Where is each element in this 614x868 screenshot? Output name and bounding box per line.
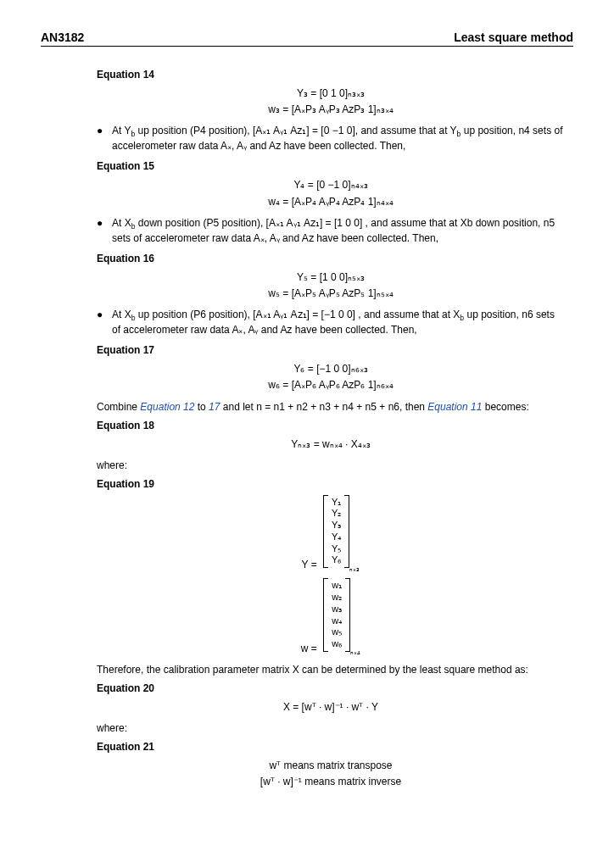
equation-20-title: Equation 20 bbox=[97, 681, 565, 696]
equation-17-title: Equation 17 bbox=[97, 342, 565, 358]
equation-18-title: Equation 18 bbox=[97, 418, 565, 433]
equation-line: wᵀ means matrix transpose bbox=[97, 758, 565, 774]
bullet-icon: ● bbox=[97, 307, 112, 337]
equation-line: X = [wᵀ · w]⁻¹ · wᵀ · Y bbox=[97, 699, 565, 715]
bullet-icon: ● bbox=[97, 123, 112, 153]
link-equation-12[interactable]: Equation 12 bbox=[140, 401, 194, 413]
section-title: Least square method bbox=[454, 31, 573, 44]
equation-14-title: Equation 14 bbox=[97, 67, 565, 82]
matrix-Y: Y₁ Y₂ Y₃ Y₄ Y₅ Y₆ bbox=[328, 495, 344, 569]
equation-15-title: Equation 15 bbox=[97, 159, 565, 174]
bullet-text: At Yb up position (P4 position), [Aₓ₁ Aᵧ… bbox=[112, 123, 565, 153]
bullet-text: At Xb up position (P6 position), [Aₓ₁ Aᵧ… bbox=[112, 307, 565, 337]
equation-16-title: Equation 16 bbox=[97, 251, 565, 266]
equation-17: Y₆ = [−1 0 0]ₙ₆ₓ₃ w₆ = [AₓP₆ AᵧP₆ AᴢP₆ 1… bbox=[97, 361, 565, 393]
bullet-item: ● At Yb up position (P4 position), [Aₓ₁ … bbox=[97, 123, 565, 153]
equation-line: w₆ = [AₓP₆ AᵧP₆ AᴢP₆ 1]ₙ₆ₓ₄ bbox=[97, 377, 565, 393]
equation-line: w₄ = [AₓP₄ AᵧP₄ AᴢP₄ 1]ₙ₄ₓ₄ bbox=[97, 194, 565, 210]
doc-id: AN3182 bbox=[41, 31, 84, 44]
equation-line: w₃ = [AₓP₃ AᵧP₃ AᴢP₃ 1]ₙ₃ₓ₄ bbox=[97, 102, 565, 118]
equation-20: X = [wᵀ · w]⁻¹ · wᵀ · Y bbox=[97, 699, 565, 715]
combine-text: Combine Equation 12 to 17 and let n = n1… bbox=[97, 399, 565, 415]
bullet-text: At Xb down position (P5 position), [Aₓ₁ … bbox=[112, 215, 565, 246]
matrix-W: w₁ w₂ w₃ w₄ w₅ w₆ bbox=[328, 578, 345, 652]
page-header: AN3182 Least square method bbox=[41, 31, 573, 47]
equation-19-title: Equation 19 bbox=[97, 476, 565, 492]
link-equation-17[interactable]: 17 bbox=[209, 401, 220, 413]
equation-21: wᵀ means matrix transpose [wᵀ · w]⁻¹ mea… bbox=[97, 758, 565, 790]
page-content: Equation 14 Y₃ = [0 1 0]ₙ₃ₓ₃ w₃ = [AₓP₃ … bbox=[41, 67, 573, 791]
where-label: where: bbox=[97, 721, 565, 736]
bullet-icon: ● bbox=[97, 215, 112, 246]
equation-21-title: Equation 21 bbox=[97, 739, 565, 754]
bullet-item: ● At Xb up position (P6 position), [Aₓ₁ … bbox=[97, 307, 565, 337]
equation-15: Y₄ = [0 −1 0]ₙ₄ₓ₃ w₄ = [AₓP₄ AᵧP₄ AᴢP₄ 1… bbox=[97, 177, 565, 209]
link-equation-11[interactable]: Equation 11 bbox=[427, 401, 482, 413]
equation-line: Y₃ = [0 1 0]ₙ₃ₓ₃ bbox=[97, 86, 565, 102]
equation-line: w₅ = [AₓP₅ AᵧP₅ AᴢP₅ 1]ₙ₅ₓ₄ bbox=[97, 286, 565, 302]
equation-line: [wᵀ · w]⁻¹ means matrix inverse bbox=[97, 774, 565, 790]
equation-line: Y₆ = [−1 0 0]ₙ₆ₓ₃ bbox=[97, 361, 565, 377]
equation-19: Y = Y₁ Y₂ Y₃ Y₄ Y₅ Y₆ ₙₓ₃ w = bbox=[97, 495, 565, 657]
equation-18: Yₙₓ₃ = wₙₓ₄ · X₄ₓ₃ bbox=[97, 437, 565, 453]
equation-line: Y₅ = [1 0 0]ₙ₅ₓ₃ bbox=[97, 270, 565, 286]
equation-16: Y₅ = [1 0 0]ₙ₅ₓ₃ w₅ = [AₓP₅ AᵧP₅ AᴢP₅ 1]… bbox=[97, 270, 565, 302]
bullet-item: ● At Xb down position (P5 position), [Aₓ… bbox=[97, 215, 565, 246]
therefore-text: Therefore, the calibration parameter mat… bbox=[97, 662, 565, 677]
equation-line: Y₄ = [0 −1 0]ₙ₄ₓ₃ bbox=[97, 177, 565, 193]
equation-line: Yₙₓ₃ = wₙₓ₄ · X₄ₓ₃ bbox=[97, 437, 565, 453]
where-label: where: bbox=[97, 458, 565, 473]
equation-14: Y₃ = [0 1 0]ₙ₃ₓ₃ w₃ = [AₓP₃ AᵧP₃ AᴢP₃ 1]… bbox=[97, 86, 565, 118]
